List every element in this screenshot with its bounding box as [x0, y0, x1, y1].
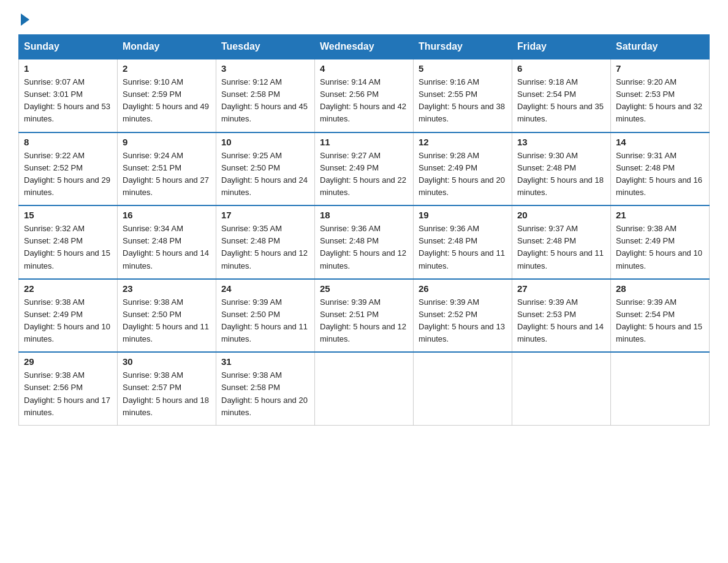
calendar-cell: 24Sunrise: 9:39 AMSunset: 2:50 PMDayligh…	[216, 279, 315, 353]
day-number: 2	[123, 63, 211, 74]
day-info: Sunrise: 9:30 AMSunset: 2:48 PMDaylight:…	[517, 150, 605, 199]
header-wednesday: Wednesday	[315, 35, 414, 59]
calendar-cell: 7Sunrise: 9:20 AMSunset: 2:53 PMDaylight…	[611, 59, 710, 132]
calendar-cell: 21Sunrise: 9:38 AMSunset: 2:49 PMDayligh…	[611, 205, 710, 279]
day-number: 23	[123, 283, 211, 294]
day-info: Sunrise: 9:20 AMSunset: 2:53 PMDaylight:…	[616, 76, 704, 126]
day-info: Sunrise: 9:37 AMSunset: 2:48 PMDaylight:…	[517, 223, 605, 272]
calendar-cell: 30Sunrise: 9:38 AMSunset: 2:57 PMDayligh…	[118, 352, 216, 425]
calendar-cell	[611, 352, 710, 425]
day-number: 4	[320, 63, 408, 74]
day-info: Sunrise: 9:38 AMSunset: 2:57 PMDaylight:…	[123, 369, 211, 419]
day-info: Sunrise: 9:38 AMSunset: 2:56 PMDaylight:…	[24, 369, 112, 419]
calendar-cell: 10Sunrise: 9:25 AMSunset: 2:50 PMDayligh…	[216, 132, 315, 206]
day-info: Sunrise: 9:38 AMSunset: 2:50 PMDaylight:…	[123, 296, 211, 346]
calendar-cell: 29Sunrise: 9:38 AMSunset: 2:56 PMDayligh…	[19, 352, 118, 425]
day-number: 17	[221, 210, 309, 220]
day-number: 10	[221, 137, 309, 147]
day-number: 13	[517, 137, 605, 147]
day-number: 9	[123, 137, 211, 147]
calendar-cell: 19Sunrise: 9:36 AMSunset: 2:48 PMDayligh…	[414, 205, 512, 279]
calendar-cell: 3Sunrise: 9:12 AMSunset: 2:58 PMDaylight…	[216, 59, 315, 132]
day-number: 12	[419, 137, 507, 147]
calendar-cell: 6Sunrise: 9:18 AMSunset: 2:54 PMDaylight…	[512, 59, 611, 132]
header-friday: Friday	[512, 35, 611, 59]
day-info: Sunrise: 9:31 AMSunset: 2:48 PMDaylight:…	[616, 150, 704, 199]
day-info: Sunrise: 9:22 AMSunset: 2:52 PMDaylight:…	[24, 150, 112, 199]
calendar-cell: 22Sunrise: 9:38 AMSunset: 2:49 PMDayligh…	[19, 279, 118, 353]
day-number: 22	[24, 283, 112, 294]
calendar-cell: 18Sunrise: 9:36 AMSunset: 2:48 PMDayligh…	[315, 205, 414, 279]
day-info: Sunrise: 9:34 AMSunset: 2:48 PMDaylight:…	[123, 223, 211, 272]
day-number: 28	[616, 283, 704, 294]
calendar-cell: 17Sunrise: 9:35 AMSunset: 2:48 PMDayligh…	[216, 205, 315, 279]
day-info: Sunrise: 9:18 AMSunset: 2:54 PMDaylight:…	[517, 76, 605, 126]
calendar-week-row: 1Sunrise: 9:07 AMSunset: 3:01 PMDaylight…	[19, 59, 710, 132]
calendar-cell: 15Sunrise: 9:32 AMSunset: 2:48 PMDayligh…	[19, 205, 118, 279]
calendar-cell: 25Sunrise: 9:39 AMSunset: 2:51 PMDayligh…	[315, 279, 414, 353]
calendar-header-row: SundayMondayTuesdayWednesdayThursdayFrid…	[19, 35, 710, 59]
day-info: Sunrise: 9:16 AMSunset: 2:55 PMDaylight:…	[419, 76, 507, 126]
day-number: 15	[24, 210, 112, 220]
logo-triangle-icon	[21, 13, 29, 26]
day-number: 14	[616, 137, 704, 147]
day-info: Sunrise: 9:39 AMSunset: 2:53 PMDaylight:…	[517, 296, 605, 346]
day-number: 26	[419, 283, 507, 294]
calendar-cell: 2Sunrise: 9:10 AMSunset: 2:59 PMDaylight…	[118, 59, 216, 132]
calendar-week-row: 8Sunrise: 9:22 AMSunset: 2:52 PMDaylight…	[19, 132, 710, 206]
day-number: 27	[517, 283, 605, 294]
header-monday: Monday	[118, 35, 216, 59]
day-number: 24	[221, 283, 309, 294]
day-info: Sunrise: 9:38 AMSunset: 2:49 PMDaylight:…	[24, 296, 112, 346]
day-number: 11	[320, 137, 408, 147]
calendar-cell: 23Sunrise: 9:38 AMSunset: 2:50 PMDayligh…	[118, 279, 216, 353]
day-number: 30	[123, 356, 211, 367]
day-number: 25	[320, 283, 408, 294]
day-info: Sunrise: 9:14 AMSunset: 2:56 PMDaylight:…	[320, 76, 408, 126]
day-info: Sunrise: 9:39 AMSunset: 2:51 PMDaylight:…	[320, 296, 408, 346]
day-info: Sunrise: 9:39 AMSunset: 2:54 PMDaylight:…	[616, 296, 704, 346]
day-number: 19	[419, 210, 507, 220]
calendar-cell: 26Sunrise: 9:39 AMSunset: 2:52 PMDayligh…	[414, 279, 512, 353]
calendar-cell: 27Sunrise: 9:39 AMSunset: 2:53 PMDayligh…	[512, 279, 611, 353]
day-info: Sunrise: 9:38 AMSunset: 2:58 PMDaylight:…	[221, 369, 309, 419]
day-info: Sunrise: 9:12 AMSunset: 2:58 PMDaylight:…	[221, 76, 309, 126]
calendar-cell: 28Sunrise: 9:39 AMSunset: 2:54 PMDayligh…	[611, 279, 710, 353]
calendar-cell	[512, 352, 611, 425]
day-number: 31	[221, 356, 309, 367]
header-thursday: Thursday	[414, 35, 512, 59]
day-info: Sunrise: 9:39 AMSunset: 2:52 PMDaylight:…	[419, 296, 507, 346]
page-header	[18, 12, 710, 23]
logo	[18, 12, 29, 23]
day-info: Sunrise: 9:32 AMSunset: 2:48 PMDaylight:…	[24, 223, 112, 272]
day-info: Sunrise: 9:24 AMSunset: 2:51 PMDaylight:…	[123, 150, 211, 199]
day-info: Sunrise: 9:25 AMSunset: 2:50 PMDaylight:…	[221, 150, 309, 199]
calendar-table: SundayMondayTuesdayWednesdayThursdayFrid…	[18, 34, 710, 426]
day-number: 8	[24, 137, 112, 147]
calendar-cell: 1Sunrise: 9:07 AMSunset: 3:01 PMDaylight…	[19, 59, 118, 132]
calendar-cell: 12Sunrise: 9:28 AMSunset: 2:49 PMDayligh…	[414, 132, 512, 206]
day-number: 29	[24, 356, 112, 367]
day-number: 1	[24, 63, 112, 74]
calendar-cell: 13Sunrise: 9:30 AMSunset: 2:48 PMDayligh…	[512, 132, 611, 206]
header-sunday: Sunday	[19, 35, 118, 59]
day-info: Sunrise: 9:36 AMSunset: 2:48 PMDaylight:…	[320, 223, 408, 272]
day-info: Sunrise: 9:07 AMSunset: 3:01 PMDaylight:…	[24, 76, 112, 126]
calendar-week-row: 22Sunrise: 9:38 AMSunset: 2:49 PMDayligh…	[19, 279, 710, 353]
calendar-week-row: 29Sunrise: 9:38 AMSunset: 2:56 PMDayligh…	[19, 352, 710, 425]
calendar-cell: 4Sunrise: 9:14 AMSunset: 2:56 PMDaylight…	[315, 59, 414, 132]
day-info: Sunrise: 9:39 AMSunset: 2:50 PMDaylight:…	[221, 296, 309, 346]
day-info: Sunrise: 9:27 AMSunset: 2:49 PMDaylight:…	[320, 150, 408, 199]
day-number: 21	[616, 210, 704, 220]
day-number: 5	[419, 63, 507, 74]
calendar-cell	[414, 352, 512, 425]
calendar-cell: 14Sunrise: 9:31 AMSunset: 2:48 PMDayligh…	[611, 132, 710, 206]
day-info: Sunrise: 9:28 AMSunset: 2:49 PMDaylight:…	[419, 150, 507, 199]
day-number: 18	[320, 210, 408, 220]
day-info: Sunrise: 9:38 AMSunset: 2:49 PMDaylight:…	[616, 223, 704, 272]
calendar-cell: 16Sunrise: 9:34 AMSunset: 2:48 PMDayligh…	[118, 205, 216, 279]
calendar-cell: 9Sunrise: 9:24 AMSunset: 2:51 PMDaylight…	[118, 132, 216, 206]
calendar-cell	[315, 352, 414, 425]
day-number: 7	[616, 63, 704, 74]
day-number: 20	[517, 210, 605, 220]
